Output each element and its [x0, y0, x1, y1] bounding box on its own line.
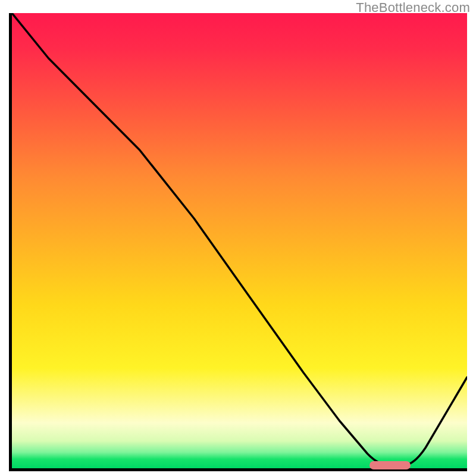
plot-area — [9, 13, 467, 471]
bottleneck-curve-path — [12, 13, 467, 465]
optimal-range-marker — [369, 461, 411, 469]
curve-layer — [12, 13, 467, 468]
bottleneck-chart: TheBottleneck.com — [0, 0, 476, 476]
